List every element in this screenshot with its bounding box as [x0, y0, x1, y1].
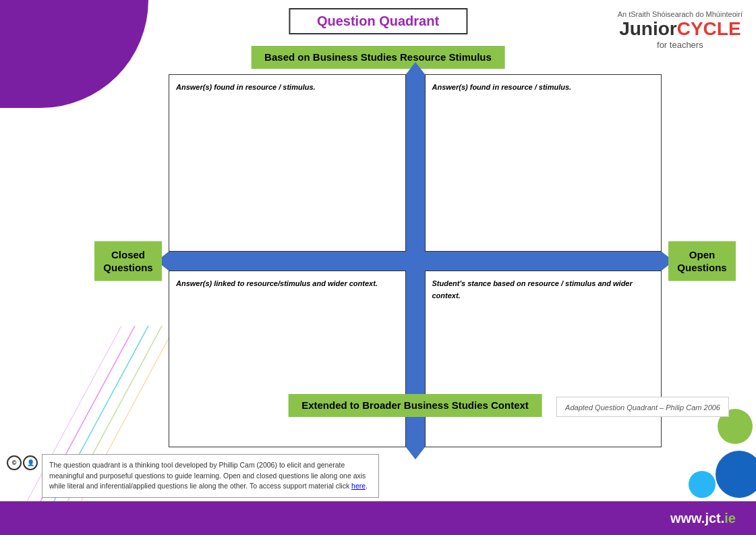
- right-label-text: OpenQuestions: [677, 248, 726, 273]
- jct-cycle-text: CYCLE: [677, 18, 741, 39]
- page-title: Question Quadrant: [317, 13, 439, 28]
- cross-container: Answer(s) found in resource / stimulus. …: [169, 74, 662, 447]
- extended-label: Extended to Broader Business Studies Con…: [301, 399, 529, 411]
- description-text: The question quadrant is a thinking tool…: [49, 461, 366, 490]
- footer: www.jct.ie: [0, 501, 756, 535]
- quadrant-top-left: Answer(s) found in resource / stimulus.: [169, 74, 406, 252]
- cc-circle-icon: ©: [7, 455, 22, 470]
- based-on-label: Based on Business Studies Resource Stimu…: [264, 51, 492, 63]
- title-box: Question Quadrant: [289, 8, 467, 34]
- description-link[interactable]: here: [351, 482, 366, 490]
- footer-url: www.jct.ie: [670, 511, 736, 526]
- quad-bl-label: Answer(s) linked to resource/stimulus an…: [176, 279, 378, 287]
- extended-box: Extended to Broader Business Studies Con…: [288, 394, 542, 417]
- jct-logo: An tSraith Shóisearach do Mhúinteoirí Ju…: [618, 10, 743, 50]
- quad-br-label: Student's stance based on resource / sti…: [432, 279, 633, 300]
- footer-url-ie: ie: [724, 511, 736, 526]
- cc-badge: © 👤: [7, 455, 38, 470]
- quadrant-bottom-left: Answer(s) linked to resource/stimulus an…: [169, 271, 406, 448]
- quadrant-bottom-right: Student's stance based on resource / sti…: [425, 271, 662, 448]
- cc-person-icon: 👤: [23, 455, 38, 470]
- quad-tl-label: Answer(s) found in resource / stimulus.: [176, 83, 316, 91]
- jct-tagline: An tSraith Shóisearach do Mhúinteoirí: [618, 10, 743, 18]
- jct-junior-text: Junior: [619, 18, 677, 39]
- vertical-arrow: [406, 74, 425, 447]
- description-box: The question quadrant is a thinking tool…: [42, 454, 379, 498]
- quadrant-area: ClosedQuestions OpenQuestions Answer(s) …: [88, 74, 743, 447]
- adapted-box: Adapted Question Quadrant – Philip Cam 2…: [556, 397, 729, 417]
- adapted-label: Adapted Question Quadrant – Philip Cam 2…: [565, 403, 720, 412]
- open-questions-label: OpenQuestions: [668, 241, 736, 281]
- header: Question Quadrant Based on Business Stud…: [0, 0, 756, 74]
- left-label-text: ClosedQuestions: [103, 248, 152, 273]
- quadrant-top-right: Answer(s) found in resource / stimulus.: [425, 74, 662, 252]
- jct-brand: JuniorCYCLE: [618, 20, 743, 38]
- jct-for-teachers-text: for teachers: [618, 40, 743, 50]
- quad-tr-label: Answer(s) found in resource / stimulus.: [432, 83, 572, 91]
- based-on-box: Based on Business Studies Resource Stimu…: [251, 46, 505, 69]
- closed-questions-label: ClosedQuestions: [94, 241, 162, 281]
